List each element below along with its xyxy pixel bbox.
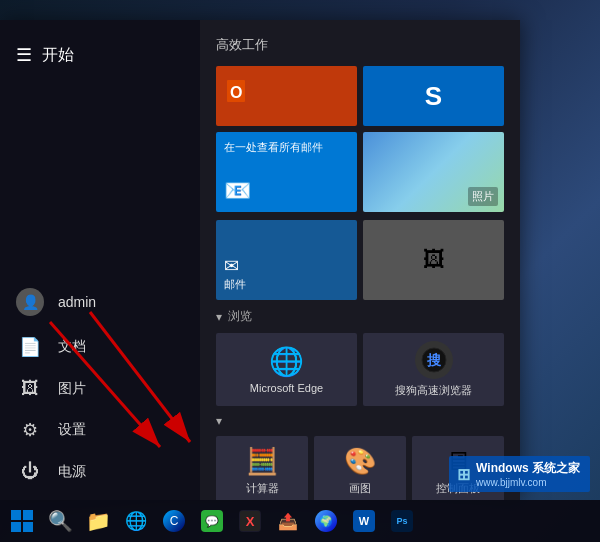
- taskbar: 🔍 📁 🌐 C 💬 X 📤: [0, 500, 600, 542]
- sidebar-items: 👤 admin 📄 文档 🖼 图片 ⚙ 设置: [0, 82, 200, 500]
- svg-rect-9: [11, 510, 21, 520]
- tile-mail[interactable]: ✉ 邮件: [216, 220, 357, 300]
- settings-icon: ⚙: [16, 419, 44, 441]
- desktop: ☰ 开始 👤 admin 📄 文档 🖼 图片: [0, 0, 600, 542]
- sidebar-title: 开始: [42, 45, 74, 66]
- start-button[interactable]: [4, 503, 40, 539]
- tile-email-viewer[interactable]: 在一处查看所有邮件 📧: [216, 132, 357, 212]
- tile-sogou[interactable]: 搜 搜狗高速浏览器: [363, 333, 504, 406]
- email-icon: 📧: [224, 178, 251, 204]
- sidebar-item-pictures[interactable]: 🖼 图片: [0, 368, 200, 409]
- watermark-label: Windows 系统之家: [476, 460, 580, 477]
- toggle-arrow-2: ▾: [216, 310, 222, 324]
- settings-label: 设置: [58, 421, 86, 439]
- sidebar: ☰ 开始 👤 admin 📄 文档 🖼 图片: [0, 20, 200, 500]
- svg-text:O: O: [230, 84, 242, 101]
- start-menu: ☰ 开始 👤 admin 📄 文档 🖼 图片: [0, 20, 520, 500]
- network-button[interactable]: 🌍: [308, 503, 344, 539]
- email-viewer-label: 在一处查看所有邮件: [224, 140, 323, 155]
- user-name-label: admin: [58, 294, 96, 310]
- sidebar-item-power[interactable]: ⏻ 电源: [0, 451, 200, 492]
- search-button[interactable]: 🔍: [42, 503, 78, 539]
- photos-label: 照片: [468, 187, 498, 206]
- sidebar-header: ☰ 开始: [0, 36, 200, 82]
- watermark-site: www.bjjmlv.com: [476, 477, 580, 488]
- svg-text:X: X: [246, 514, 255, 529]
- tile-calculator[interactable]: 🧮 计算器: [216, 436, 308, 500]
- calculator-label: 计算器: [246, 481, 279, 496]
- section2-grid: 🌐 Microsoft Edge 搜 搜狗高速浏览器: [216, 333, 504, 406]
- svg-rect-10: [23, 510, 33, 520]
- skype-icon: S: [425, 81, 442, 112]
- calculator-icon: 🧮: [246, 446, 278, 477]
- svg-rect-12: [23, 522, 33, 532]
- section2-title: 浏览: [228, 308, 252, 325]
- tile-office[interactable]: O: [216, 66, 357, 126]
- edge-taskbar[interactable]: 🌐: [118, 503, 154, 539]
- file-explorer-button[interactable]: 📁: [80, 503, 116, 539]
- mail-label: 邮件: [224, 277, 349, 292]
- mail-row: ✉ 邮件 🖼: [216, 220, 504, 300]
- right-panel: 高效工作 O S: [200, 20, 520, 500]
- w-app-button[interactable]: W: [346, 503, 382, 539]
- s-app-button[interactable]: X: [232, 503, 268, 539]
- paint-icon: 🎨: [344, 446, 376, 477]
- power-icon: ⏻: [16, 461, 44, 482]
- watermark: ⊞ Windows 系统之家 www.bjjmlv.com: [449, 456, 590, 492]
- svg-text:搜: 搜: [426, 352, 442, 368]
- sogou-label: 搜狗高速浏览器: [395, 383, 472, 398]
- pictures-icon: 🖼: [16, 378, 44, 399]
- sidebar-item-user[interactable]: 👤 admin: [0, 278, 200, 326]
- power-label: 电源: [58, 463, 86, 481]
- wechat-button[interactable]: 💬: [194, 503, 230, 539]
- tile-paint[interactable]: 🎨 画图: [314, 436, 406, 500]
- watermark-logo: ⊞: [457, 465, 470, 484]
- hamburger-icon[interactable]: ☰: [16, 44, 32, 66]
- sogou-icon: 搜: [415, 341, 453, 379]
- sidebar-item-settings[interactable]: ⚙ 设置: [0, 409, 200, 451]
- paint-label: 画图: [349, 481, 371, 496]
- edge-icon: 🌐: [269, 345, 304, 378]
- tile-edge[interactable]: 🌐 Microsoft Edge: [216, 333, 357, 406]
- section3-toggle[interactable]: ▾: [216, 414, 504, 428]
- section1-title: 高效工作: [216, 36, 504, 54]
- documents-label: 文档: [58, 338, 86, 356]
- tile-skype[interactable]: S: [363, 66, 504, 126]
- toggle-arrow-3: ▾: [216, 414, 222, 428]
- cortana-button[interactable]: C: [156, 503, 192, 539]
- tile-photos[interactable]: 照片: [363, 132, 504, 212]
- sidebar-item-documents[interactable]: 📄 文档: [0, 326, 200, 368]
- documents-icon: 📄: [16, 336, 44, 358]
- pictures-label: 图片: [58, 380, 86, 398]
- section1-grid-top: O S 在一处查看所有邮件 📧: [216, 66, 504, 212]
- user-avatar: 👤: [16, 288, 44, 316]
- section2-toggle[interactable]: ▾ 浏览: [216, 308, 504, 325]
- ps-button[interactable]: Ps: [384, 503, 420, 539]
- tile-empty[interactable]: 🖼: [363, 220, 504, 300]
- svg-rect-11: [11, 522, 21, 532]
- filezilla-button[interactable]: 📤: [270, 503, 306, 539]
- edge-label: Microsoft Edge: [250, 382, 323, 394]
